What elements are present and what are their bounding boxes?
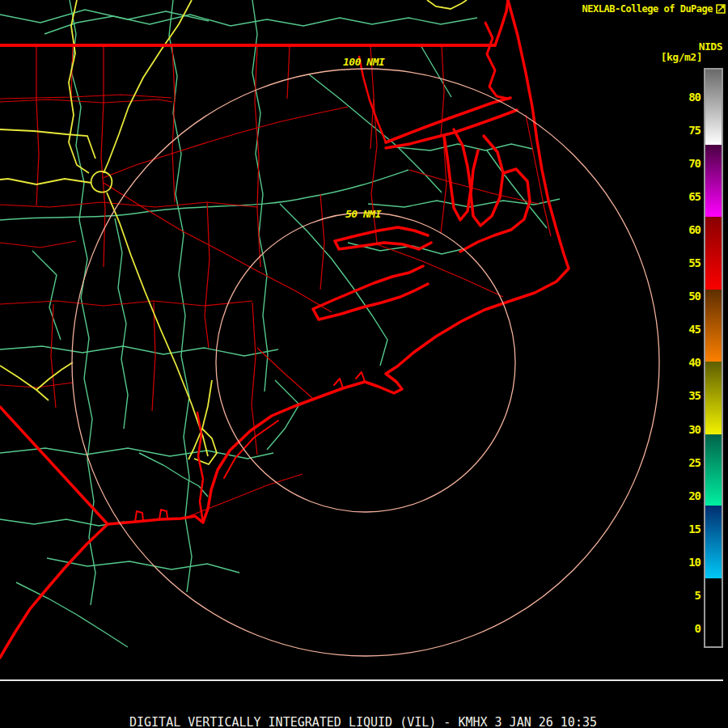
range-ring-label-100nmi: 100 NMI: [343, 56, 384, 68]
colorbar-segment-teal: [705, 434, 722, 506]
base-map: [0, 0, 728, 728]
colorbar-tick-label: 35: [676, 388, 700, 403]
colorbar-segment-black: [705, 578, 722, 646]
range-ring-label-50nmi: 50 NMI: [345, 208, 381, 220]
colorbar-tick-label: 80: [676, 90, 700, 104]
colorbar-tick-label: 20: [676, 489, 700, 503]
colorbar-units: [kg/m2]: [661, 51, 702, 63]
radar-display: 100 NMI 50 NMI NEXLAB-College of DuPage …: [0, 0, 728, 728]
product-title: DIGITAL VERTICALLY INTEGRATED LIQUID (VI…: [129, 715, 597, 728]
colorbar-tick-label: 65: [676, 189, 700, 204]
coastline-layer: [0, 0, 569, 658]
header: NEXLAB-College of DuPage: [582, 3, 726, 15]
colorbar-title: NIDS: [699, 40, 722, 53]
colorbar-segment-orange: [705, 290, 722, 362]
road-layer-green: [0, 0, 560, 647]
colorbar-tick-label: 0: [676, 621, 700, 636]
colorbar-tick-label: 75: [676, 123, 700, 138]
colorbar-segment-purple: [705, 145, 722, 217]
colorbar-tick-label: 5: [676, 588, 700, 603]
cod-logo-icon: [716, 4, 726, 14]
colorbar-tick-label: 60: [676, 222, 700, 237]
range-ring-50nmi: [216, 213, 515, 512]
colorbar-gradient: [704, 68, 723, 648]
county-layer-red: [0, 46, 551, 516]
footer-separator-line: [0, 679, 723, 681]
colorbar-segment-red: [705, 217, 722, 290]
highway-layer-yellow: [0, 0, 467, 464]
colorbar-tick-label: 50: [676, 289, 700, 303]
colorbar-tick-label: 25: [676, 455, 700, 470]
albemarle-sound: [386, 98, 517, 148]
colorbar-tick-label: 15: [676, 522, 700, 536]
colorbar-segment-gray: [705, 70, 722, 145]
colorbar-segment-yellow: [705, 362, 722, 434]
brand-text: NEXLAB-College of DuPage: [582, 3, 713, 15]
colorbar-tick-label: 30: [676, 422, 700, 437]
colorbar-segment-blue: [705, 506, 722, 578]
colorbar-tick-label: 55: [676, 256, 700, 270]
outer-banks-coast: [0, 0, 569, 658]
colorbar-tick-label: 70: [676, 156, 700, 171]
colorbar-tick-label: 45: [676, 322, 700, 336]
pamlico-river: [335, 227, 431, 249]
colorbar-tick-label: 10: [676, 555, 700, 569]
colorbar-tick-label: 40: [676, 355, 700, 370]
